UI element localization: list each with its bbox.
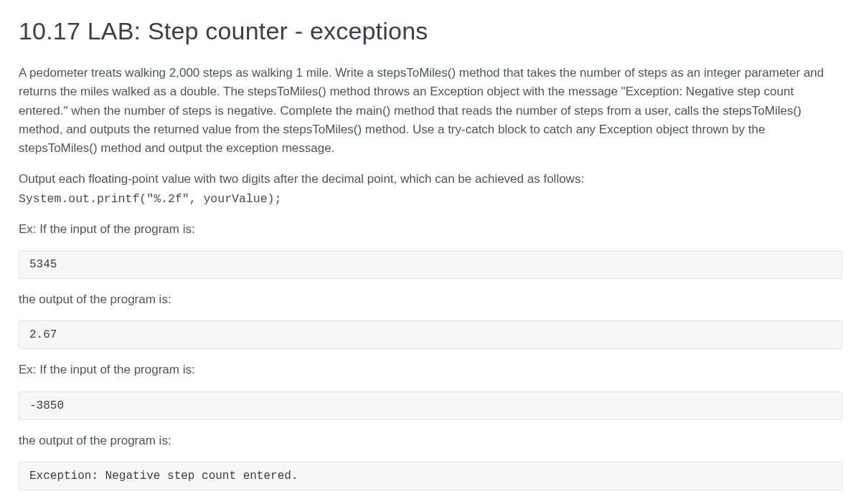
example2-input-label: Ex: If the input of the program is:	[19, 361, 842, 379]
problem-description: A pedometer treats walking 2,000 steps a…	[19, 64, 842, 158]
example1-output-block: 2.67	[19, 320, 842, 349]
printf-code: System.out.printf("%.2f", yourValue);	[19, 190, 842, 209]
example1-output-label: the output of the program is:	[19, 290, 842, 309]
example1-input-label: Ex: If the input of the program is:	[19, 220, 842, 239]
example2-output-block: Exception: Negative step count entered.	[19, 462, 842, 490]
example2-output-label: the output of the program is:	[19, 432, 842, 450]
lab-page: 10.17 LAB: Step counter - exceptions A p…	[0, 0, 861, 504]
output-format-hint: Output each floating-point value with tw…	[19, 170, 842, 209]
page-title: 10.17 LAB: Step counter - exceptions	[19, 17, 842, 45]
output-hint-text: Output each floating-point value with tw…	[19, 172, 584, 186]
example1-input-block: 5345	[19, 250, 842, 279]
example2-input-block: -3850	[19, 391, 842, 420]
